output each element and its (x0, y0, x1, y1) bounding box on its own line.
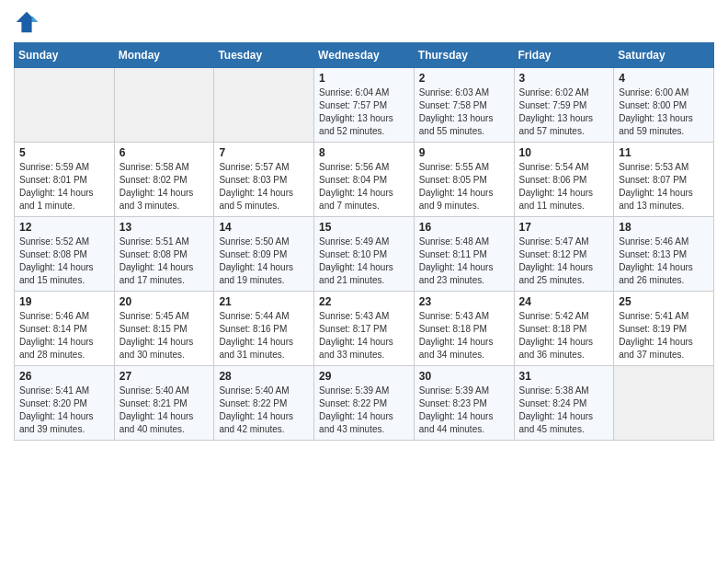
day-number: 23 (419, 295, 509, 308)
calendar-cell: 23Sunrise: 5:43 AM Sunset: 8:18 PM Dayli… (414, 292, 514, 366)
calendar-cell: 19Sunrise: 5:46 AM Sunset: 8:14 PM Dayli… (15, 292, 115, 366)
calendar-cell: 24Sunrise: 5:42 AM Sunset: 8:18 PM Dayli… (514, 292, 614, 366)
day-number: 30 (419, 370, 509, 383)
day-number: 1 (319, 72, 409, 85)
day-number: 8 (319, 146, 409, 159)
svg-marker-1 (32, 16, 39, 22)
day-number: 10 (519, 146, 609, 159)
day-info: Sunrise: 5:58 AM Sunset: 8:02 PM Dayligh… (119, 161, 210, 213)
calendar-week-row: 12Sunrise: 5:52 AM Sunset: 8:08 PM Dayli… (15, 217, 714, 292)
calendar-cell: 26Sunrise: 5:41 AM Sunset: 8:20 PM Dayli… (15, 366, 115, 441)
day-number: 9 (419, 146, 509, 159)
day-info: Sunrise: 5:44 AM Sunset: 8:16 PM Dayligh… (219, 310, 309, 362)
day-info: Sunrise: 5:45 AM Sunset: 8:15 PM Dayligh… (119, 310, 210, 362)
day-of-week-header: Friday (514, 43, 614, 68)
calendar-cell: 28Sunrise: 5:40 AM Sunset: 8:22 PM Dayli… (214, 366, 314, 441)
calendar-cell: 11Sunrise: 5:53 AM Sunset: 8:07 PM Dayli… (614, 143, 714, 217)
calendar-cell: 21Sunrise: 5:44 AM Sunset: 8:16 PM Dayli… (214, 292, 314, 366)
day-number: 17 (519, 221, 609, 234)
day-info: Sunrise: 5:50 AM Sunset: 8:09 PM Dayligh… (219, 236, 309, 287)
calendar-cell: 6Sunrise: 5:58 AM Sunset: 8:02 PM Daylig… (114, 143, 214, 217)
day-info: Sunrise: 5:46 AM Sunset: 8:13 PM Dayligh… (619, 236, 709, 287)
day-number: 24 (519, 295, 609, 308)
day-number: 6 (119, 146, 210, 159)
logo-icon (14, 9, 40, 35)
day-info: Sunrise: 6:03 AM Sunset: 7:58 PM Dayligh… (419, 86, 509, 138)
day-number: 31 (519, 370, 609, 383)
day-info: Sunrise: 5:51 AM Sunset: 8:08 PM Dayligh… (119, 236, 210, 287)
day-info: Sunrise: 5:40 AM Sunset: 8:22 PM Dayligh… (219, 385, 309, 436)
day-info: Sunrise: 5:43 AM Sunset: 8:17 PM Dayligh… (319, 310, 409, 362)
day-info: Sunrise: 5:39 AM Sunset: 8:22 PM Dayligh… (319, 385, 409, 436)
day-number: 4 (619, 72, 709, 85)
calendar-cell: 3Sunrise: 6:02 AM Sunset: 7:59 PM Daylig… (514, 68, 614, 143)
day-info: Sunrise: 5:56 AM Sunset: 8:04 PM Dayligh… (319, 161, 409, 213)
day-info: Sunrise: 5:41 AM Sunset: 8:19 PM Dayligh… (619, 310, 709, 362)
day-number: 26 (19, 370, 109, 383)
day-info: Sunrise: 5:52 AM Sunset: 8:08 PM Dayligh… (19, 236, 109, 287)
day-info: Sunrise: 5:48 AM Sunset: 8:11 PM Dayligh… (419, 236, 509, 287)
calendar-cell: 17Sunrise: 5:47 AM Sunset: 8:12 PM Dayli… (514, 217, 614, 292)
day-of-week-header: Monday (114, 43, 214, 68)
day-info: Sunrise: 5:38 AM Sunset: 8:24 PM Dayligh… (519, 385, 609, 436)
day-number: 15 (319, 221, 409, 234)
day-number: 12 (19, 221, 109, 234)
day-info: Sunrise: 5:54 AM Sunset: 8:06 PM Dayligh… (519, 161, 609, 213)
day-number: 18 (619, 221, 709, 234)
calendar-week-row: 5Sunrise: 5:59 AM Sunset: 8:01 PM Daylig… (15, 143, 714, 217)
day-info: Sunrise: 5:47 AM Sunset: 8:12 PM Dayligh… (519, 236, 609, 287)
calendar-cell: 16Sunrise: 5:48 AM Sunset: 8:11 PM Dayli… (414, 217, 514, 292)
calendar-cell: 31Sunrise: 5:38 AM Sunset: 8:24 PM Dayli… (514, 366, 614, 441)
day-number: 2 (419, 72, 509, 85)
day-info: Sunrise: 5:53 AM Sunset: 8:07 PM Dayligh… (619, 161, 709, 213)
day-number: 22 (319, 295, 409, 308)
day-number: 5 (19, 146, 109, 159)
logo (14, 9, 43, 35)
day-number: 28 (219, 370, 309, 383)
day-info: Sunrise: 6:02 AM Sunset: 7:59 PM Dayligh… (519, 86, 609, 138)
calendar-cell (214, 68, 314, 143)
calendar-cell (114, 68, 214, 143)
day-of-week-header: Sunday (15, 43, 115, 68)
calendar-cell: 14Sunrise: 5:50 AM Sunset: 8:09 PM Dayli… (214, 217, 314, 292)
day-of-week-header: Saturday (614, 43, 714, 68)
day-info: Sunrise: 5:42 AM Sunset: 8:18 PM Dayligh… (519, 310, 609, 362)
day-info: Sunrise: 6:00 AM Sunset: 8:00 PM Dayligh… (619, 86, 709, 138)
calendar-cell: 1Sunrise: 6:04 AM Sunset: 7:57 PM Daylig… (314, 68, 415, 143)
calendar-header-row: SundayMondayTuesdayWednesdayThursdayFrid… (15, 43, 714, 68)
calendar-cell: 12Sunrise: 5:52 AM Sunset: 8:08 PM Dayli… (15, 217, 115, 292)
calendar-cell (614, 366, 714, 441)
day-info: Sunrise: 5:40 AM Sunset: 8:21 PM Dayligh… (119, 385, 210, 436)
day-number: 25 (619, 295, 709, 308)
calendar-cell: 10Sunrise: 5:54 AM Sunset: 8:06 PM Dayli… (514, 143, 614, 217)
day-info: Sunrise: 5:57 AM Sunset: 8:03 PM Dayligh… (219, 161, 309, 213)
calendar-cell: 8Sunrise: 5:56 AM Sunset: 8:04 PM Daylig… (314, 143, 415, 217)
calendar-cell: 29Sunrise: 5:39 AM Sunset: 8:22 PM Dayli… (314, 366, 415, 441)
calendar-cell: 4Sunrise: 6:00 AM Sunset: 8:00 PM Daylig… (614, 68, 714, 143)
day-of-week-header: Thursday (414, 43, 514, 68)
header (14, 9, 714, 35)
calendar-cell: 7Sunrise: 5:57 AM Sunset: 8:03 PM Daylig… (214, 143, 314, 217)
calendar-cell: 20Sunrise: 5:45 AM Sunset: 8:15 PM Dayli… (114, 292, 214, 366)
day-info: Sunrise: 6:04 AM Sunset: 7:57 PM Dayligh… (319, 86, 409, 138)
calendar-cell: 13Sunrise: 5:51 AM Sunset: 8:08 PM Dayli… (114, 217, 214, 292)
day-info: Sunrise: 5:39 AM Sunset: 8:23 PM Dayligh… (419, 385, 509, 436)
calendar-week-row: 26Sunrise: 5:41 AM Sunset: 8:20 PM Dayli… (15, 366, 714, 441)
day-number: 19 (19, 295, 109, 308)
day-of-week-header: Tuesday (214, 43, 314, 68)
day-number: 21 (219, 295, 309, 308)
day-number: 7 (219, 146, 309, 159)
day-number: 20 (119, 295, 210, 308)
day-of-week-header: Wednesday (314, 43, 415, 68)
calendar-cell (15, 68, 115, 143)
calendar-week-row: 1Sunrise: 6:04 AM Sunset: 7:57 PM Daylig… (15, 68, 714, 143)
calendar-cell: 2Sunrise: 6:03 AM Sunset: 7:58 PM Daylig… (414, 68, 514, 143)
calendar-week-row: 19Sunrise: 5:46 AM Sunset: 8:14 PM Dayli… (15, 292, 714, 366)
day-number: 16 (419, 221, 509, 234)
day-number: 29 (319, 370, 409, 383)
calendar-cell: 27Sunrise: 5:40 AM Sunset: 8:21 PM Dayli… (114, 366, 214, 441)
day-info: Sunrise: 5:41 AM Sunset: 8:20 PM Dayligh… (19, 385, 109, 436)
calendar-cell: 5Sunrise: 5:59 AM Sunset: 8:01 PM Daylig… (15, 143, 115, 217)
day-number: 27 (119, 370, 210, 383)
calendar-cell: 9Sunrise: 5:55 AM Sunset: 8:05 PM Daylig… (414, 143, 514, 217)
